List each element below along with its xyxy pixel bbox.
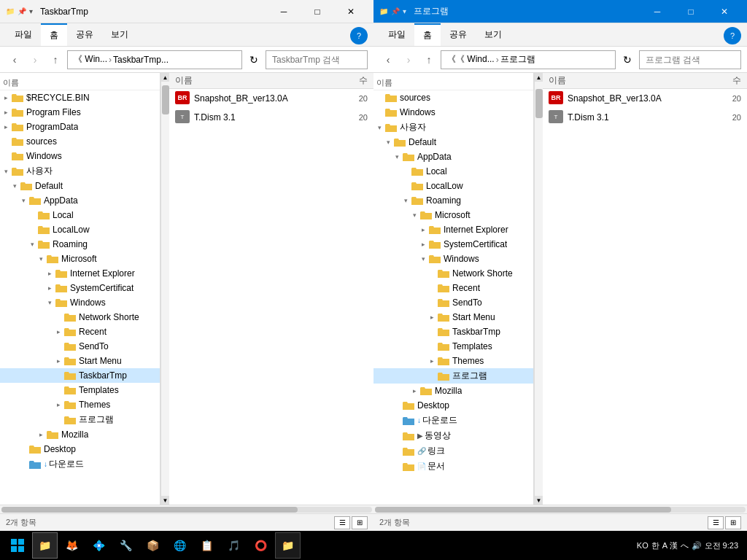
tree-item[interactable]: ▾ AppData <box>0 193 160 208</box>
taskbar-item3[interactable]: 💠 <box>86 532 112 559</box>
left-scroll-down[interactable]: ▼ <box>161 496 169 505</box>
tree-item[interactable]: ▸ sources <box>0 134 160 149</box>
tree-item[interactable]: ▸ Internet Explorer <box>0 266 160 281</box>
left-search-input[interactable] <box>266 50 368 69</box>
left-close-button[interactable]: ✕ <box>334 0 368 23</box>
tree-item[interactable]: ▸ TaskbarTmp <box>374 324 533 339</box>
taskbar-item9[interactable]: ⭕ <box>248 532 274 559</box>
tree-item[interactable]: ▾ Windows <box>0 295 160 310</box>
taskbar-notify-arrow[interactable]: へ <box>681 540 689 551</box>
right-hscroll[interactable] <box>374 505 747 513</box>
tree-item[interactable]: ▸ Local <box>0 208 160 222</box>
taskbar-item7[interactable]: 📋 <box>194 532 220 559</box>
taskbar-volume-icon[interactable]: 🔊 <box>692 541 702 551</box>
right-back-button[interactable]: ‹ <box>379 51 397 69</box>
tree-item[interactable]: ▸ Mozilla <box>374 384 533 398</box>
left-refresh-button[interactable]: ↻ <box>245 51 263 69</box>
tree-toggle[interactable]: ▸ <box>426 355 438 367</box>
tree-toggle[interactable]: ▾ <box>417 253 429 265</box>
tree-toggle[interactable]: ▸ <box>44 282 55 294</box>
tree-item[interactable]: ▸ Desktop <box>0 442 160 456</box>
tree-toggle[interactable]: ▸ <box>417 238 429 250</box>
tree-item[interactable]: ▸ Recent <box>0 324 160 339</box>
tree-item[interactable]: ▸ Start Menu <box>0 354 160 368</box>
left-view-grid-button[interactable]: ⊞ <box>352 516 368 529</box>
tree-item[interactable]: ▾ Windows <box>374 252 533 266</box>
right-minimize-button[interactable]: ─ <box>640 0 674 23</box>
tree-toggle[interactable]: ▾ <box>0 166 12 177</box>
tree-toggle[interactable]: ▾ <box>18 195 29 206</box>
tree-item[interactable]: ▸ ▶동영상 <box>374 428 533 443</box>
tree-item[interactable]: ▸ SystemCertificat <box>0 281 160 295</box>
tree-toggle[interactable]: ▾ <box>382 136 394 148</box>
tree-toggle[interactable]: ▾ <box>409 209 420 221</box>
tree-item[interactable]: ▾ Microsoft <box>374 208 533 222</box>
tree-toggle[interactable]: ▸ <box>35 429 47 440</box>
right-refresh-button[interactable]: ↻ <box>619 51 636 69</box>
file-item[interactable]: BR Snapshot_BR_ver13.0A 20 <box>169 89 374 108</box>
left-back-button[interactable]: ‹ <box>6 51 23 69</box>
right-help-button[interactable]: ? <box>724 27 741 44</box>
tree-item[interactable]: ▾ Roaming <box>0 237 160 252</box>
right-view-list-button[interactable]: ☰ <box>708 516 724 529</box>
tree-item[interactable]: ▾ 사용자 <box>0 163 160 179</box>
tree-item[interactable]: ▸ 📄문서 <box>374 459 533 474</box>
right-tab-view[interactable]: 보기 <box>476 23 511 46</box>
right-address-path[interactable]: 《《 Wind... › 프로그램 <box>441 50 616 69</box>
tree-item[interactable]: ▾ AppData <box>374 149 533 164</box>
tree-item[interactable]: ▸ Templates <box>374 339 533 354</box>
start-button[interactable] <box>3 531 32 560</box>
tree-item[interactable]: ▸ Mozilla <box>0 427 160 442</box>
file-item[interactable]: T T.Dism 3.1 20 <box>169 108 374 127</box>
left-forward-button[interactable]: › <box>26 51 44 69</box>
tree-item[interactable]: ▸ Local <box>374 164 533 179</box>
right-scroll-up[interactable]: ▲ <box>535 73 543 82</box>
tree-toggle[interactable]: ▸ <box>0 92 12 104</box>
tree-toggle[interactable]: ▾ <box>9 180 20 192</box>
tree-toggle[interactable]: ▸ <box>417 224 429 236</box>
tree-toggle[interactable]: ▸ <box>426 311 438 323</box>
tree-item[interactable]: ▸ Templates <box>0 383 160 397</box>
left-tab-home[interactable]: 홈 <box>41 23 67 46</box>
tree-item[interactable]: ▸ Recent <box>374 281 533 295</box>
tree-toggle[interactable]: ▾ <box>374 122 385 133</box>
right-scroll-down[interactable]: ▼ <box>535 496 543 505</box>
tree-item[interactable]: ▸ SystemCertificat <box>374 237 533 252</box>
tree-toggle[interactable]: ▸ <box>53 399 64 411</box>
tree-toggle[interactable]: ▸ <box>0 106 12 118</box>
taskbar-firefox[interactable]: 🦊 <box>59 532 85 559</box>
tree-item[interactable]: ▸ 프로그램 <box>0 412 160 427</box>
tree-item[interactable]: ▾ Default <box>374 135 533 149</box>
tree-toggle[interactable]: ▾ <box>26 238 38 250</box>
tree-item[interactable]: ▸ ↓다운로드 <box>374 413 533 428</box>
left-hscroll[interactable] <box>0 505 374 513</box>
tree-item[interactable]: ▸ $RECYCLE.BIN <box>0 90 160 105</box>
taskbar-item5[interactable]: 📦 <box>140 532 166 559</box>
tree-toggle[interactable]: ▸ <box>53 326 64 338</box>
right-close-button[interactable]: ✕ <box>708 0 741 23</box>
left-minimize-button[interactable]: ─ <box>267 0 301 23</box>
tree-item[interactable]: ▸ ProgramData <box>0 120 160 134</box>
right-maximize-button[interactable]: □ <box>674 0 708 23</box>
right-forward-button[interactable]: › <box>400 51 417 69</box>
tree-item[interactable]: ▸ Start Menu <box>374 310 533 324</box>
tree-item[interactable]: ▸ Internet Explorer <box>374 222 533 237</box>
tree-item[interactable]: ▸ TaskbarTmp <box>0 368 160 383</box>
tree-item[interactable]: ▸ Windows <box>0 149 160 163</box>
left-up-button[interactable]: ↑ <box>47 51 64 69</box>
tree-toggle[interactable]: ▸ <box>0 121 12 133</box>
tree-item[interactable]: ▸ Program Files <box>0 105 160 120</box>
tree-item[interactable]: ▸ Network Shorte <box>374 266 533 281</box>
left-help-button[interactable]: ? <box>350 27 368 44</box>
tree-item[interactable]: ▾ Default <box>0 179 160 193</box>
tree-toggle[interactable]: ▾ <box>35 253 47 265</box>
taskbar-item4[interactable]: 🔧 <box>113 532 139 559</box>
left-maximize-button[interactable]: □ <box>301 0 334 23</box>
tree-item[interactable]: ▸ sources <box>374 90 533 105</box>
tree-toggle[interactable]: ▸ <box>53 355 64 367</box>
tree-item[interactable]: ▾ 사용자 <box>374 120 533 135</box>
file-item[interactable]: BR Snapshot_BR_ver13.0A 20 <box>543 89 747 108</box>
tree-item[interactable]: ▸ Desktop <box>374 398 533 413</box>
taskbar-explorer1[interactable]: 📁 <box>32 532 58 559</box>
right-up-button[interactable]: ↑ <box>420 51 438 69</box>
